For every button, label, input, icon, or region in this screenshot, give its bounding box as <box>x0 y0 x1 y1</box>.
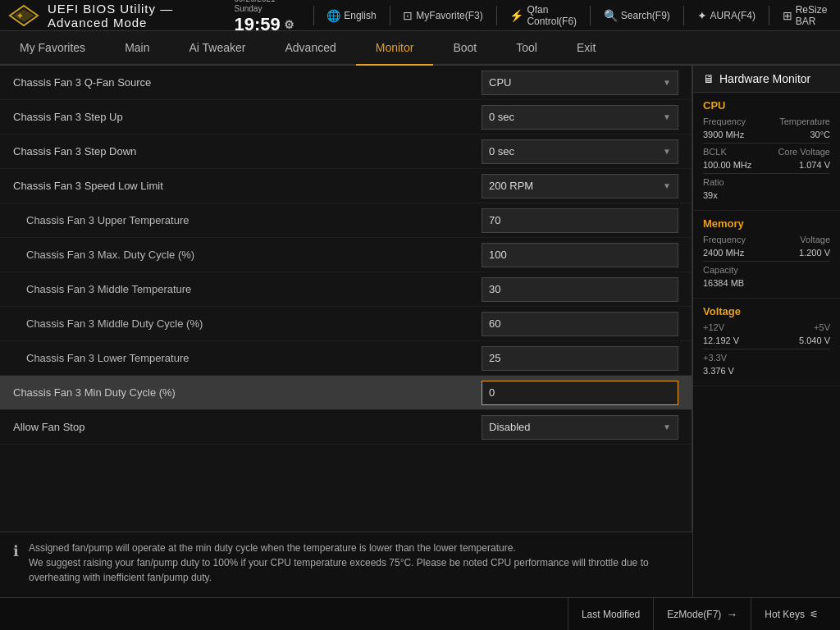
nav-my-favorites[interactable]: My Favorites <box>0 31 105 66</box>
bottom-bar: Last Modified EzMode(F7) → Hot Keys ⚟ <box>0 597 840 630</box>
hotkeys-button[interactable]: Hot Keys ⚟ <box>751 598 832 630</box>
row-value[interactable]: 100 <box>482 243 678 267</box>
settings-row-middle-temp[interactable]: Chassis Fan 3 Middle Temperature 30 <box>0 272 692 307</box>
row-value[interactable]: 25 <box>482 346 678 371</box>
step-up-dropdown[interactable]: 0 sec ▼ <box>482 105 678 130</box>
favorite-icon: ⊡ <box>403 9 413 22</box>
resize-bar-button[interactable]: ⊞ ReSize BAR <box>783 4 832 27</box>
nav-boot[interactable]: Boot <box>433 31 496 66</box>
speed-low-limit-dropdown[interactable]: 200 RPM ▼ <box>482 174 678 199</box>
hw-v12-value-row: 12.192 V 5.040 V <box>703 336 830 345</box>
hw-ratio-value: 39x <box>703 190 718 200</box>
dropdown-arrow-icon: ▼ <box>663 181 671 190</box>
min-duty-field[interactable]: 0 <box>482 381 678 405</box>
hw-freq-value: 3900 MHz <box>703 130 744 139</box>
hw-temp-value: 30°C <box>810 130 830 139</box>
settings-gear-icon[interactable]: ⚙ <box>284 18 294 32</box>
settings-row-step-down[interactable]: Chassis Fan 3 Step Down 0 sec ▼ <box>0 135 692 169</box>
nav-exit[interactable]: Exit <box>557 31 615 66</box>
row-value[interactable]: 70 <box>482 208 678 233</box>
nav-ai-tweaker[interactable]: Ai Tweaker <box>169 31 265 66</box>
ezmode-button[interactable]: EzMode(F7) → <box>653 598 751 630</box>
row-label: Chassis Fan 3 Lower Temperature <box>13 352 482 364</box>
qfan-button[interactable]: ⚡ Qfan Control(F6) <box>509 4 577 27</box>
settings-row-upper-temp[interactable]: Chassis Fan 3 Upper Temperature 70 <box>0 203 692 238</box>
middle-temp-field[interactable]: 30 <box>482 277 678 302</box>
hw-mem-volt-value: 1.200 V <box>799 248 830 258</box>
hw-freq-label: Frequency <box>703 116 746 126</box>
row-label: Chassis Fan 3 Step Down <box>13 145 482 158</box>
hw-memory-title: Memory <box>703 217 830 230</box>
nav-main[interactable]: Main <box>105 31 169 66</box>
upper-temp-field[interactable]: 70 <box>482 208 678 233</box>
row-value[interactable]: 60 <box>482 312 678 336</box>
hw-cpu-freq-row: Frequency Temperature <box>703 116 830 126</box>
ezmode-arrow-icon: → <box>726 608 737 621</box>
row-label: Chassis Fan 3 Min Duty Cycle (%) <box>13 386 482 399</box>
qfan-source-dropdown[interactable]: CPU ▼ <box>482 71 678 95</box>
row-value[interactable]: 200 RPM ▼ <box>482 174 678 199</box>
nav-monitor[interactable]: Monitor <box>356 31 434 66</box>
settings-row-speed-low-limit[interactable]: Chassis Fan 3 Speed Low Limit 200 RPM ▼ <box>0 169 692 203</box>
last-modified-button[interactable]: Last Modified <box>568 598 653 630</box>
hw-mem-cap-value: 16384 MB <box>703 278 744 288</box>
settings-row-max-duty[interactable]: Chassis Fan 3 Max. Duty Cycle (%) 100 <box>0 238 692 272</box>
settings-row-allow-fan-stop[interactable]: Allow Fan Stop Disabled ▼ <box>0 410 692 445</box>
search-button[interactable]: 🔍 Search(F9) <box>604 9 670 22</box>
row-value[interactable]: 0 sec ▼ <box>482 105 678 130</box>
settings-row-step-up[interactable]: Chassis Fan 3 Step Up 0 sec ▼ <box>0 100 692 135</box>
separator <box>496 6 497 25</box>
separator <box>313 6 314 25</box>
row-label: Chassis Fan 3 Step Up <box>13 111 482 123</box>
hw-corevolt-value: 1.074 V <box>799 160 830 170</box>
settings-row-min-duty[interactable]: Chassis Fan 3 Min Duty Cycle (%) 0 <box>0 376 692 410</box>
language-selector[interactable]: 🌐 English <box>326 9 376 22</box>
hw-v5-value: 5.040 V <box>799 336 830 345</box>
row-value[interactable]: 0 <box>482 381 678 405</box>
resize-icon: ⊞ <box>783 9 792 22</box>
row-value[interactable]: CPU ▼ <box>482 71 678 95</box>
hw-temp-label: Temperature <box>779 116 830 126</box>
hw-v5-label: +5V <box>814 322 830 332</box>
allow-fan-stop-dropdown[interactable]: Disabled ▼ <box>482 415 678 440</box>
hw-v12-value: 12.192 V <box>703 336 739 345</box>
info-text: Assigned fan/pump will operate at the mi… <box>29 541 679 589</box>
row-value[interactable]: 30 <box>482 277 678 302</box>
hw-cpu-section: CPU Frequency Temperature 3900 MHz 30°C … <box>693 93 840 211</box>
hw-mem-freq-value: 2400 MHz <box>703 248 744 258</box>
settings-row-middle-duty[interactable]: Chassis Fan 3 Middle Duty Cycle (%) 60 <box>0 307 692 341</box>
hw-bclk-label: BCLK <box>703 147 727 157</box>
settings-row-qfan-source[interactable]: Chassis Fan 3 Q-Fan Source CPU ▼ <box>0 66 692 100</box>
middle-duty-field[interactable]: 60 <box>482 312 678 336</box>
monitor-icon: 🖥 <box>703 72 714 85</box>
separator <box>390 6 390 25</box>
hw-corevolt-label: Core Voltage <box>778 147 830 157</box>
hw-bclk-value: 100.00 MHz <box>703 160 751 170</box>
row-value[interactable]: Disabled ▼ <box>482 415 678 440</box>
topbar: ✦ UEFI BIOS Utility — Advanced Mode 09/2… <box>0 0 840 31</box>
separator <box>590 6 591 25</box>
hw-mem-volt-label: Voltage <box>800 235 830 244</box>
row-value[interactable]: 0 sec ▼ <box>482 139 678 164</box>
step-down-dropdown[interactable]: 0 sec ▼ <box>482 139 678 164</box>
row-label: Chassis Fan 3 Middle Duty Cycle (%) <box>13 317 482 330</box>
row-label: Chassis Fan 3 Max. Duty Cycle (%) <box>13 249 482 261</box>
myfavorite-button[interactable]: ⊡ MyFavorite(F3) <box>403 9 482 22</box>
row-label: Chassis Fan 3 Q-Fan Source <box>13 76 482 89</box>
bios-title: UEFI BIOS Utility — Advanced Mode <box>48 2 215 30</box>
hw-ratio-value-row: 39x <box>703 190 830 200</box>
aura-button[interactable]: ✦ AURA(F4) <box>697 9 756 22</box>
content-row: Chassis Fan 3 Q-Fan Source CPU ▼ Chassis… <box>0 66 840 597</box>
globe-icon: 🌐 <box>326 9 340 22</box>
lower-temp-field[interactable]: 25 <box>482 346 678 371</box>
row-label: Allow Fan Stop <box>13 421 482 433</box>
nav-tool[interactable]: Tool <box>496 31 557 66</box>
hw-monitor-panel: 🖥 Hardware Monitor CPU Frequency Tempera… <box>692 66 840 597</box>
dropdown-arrow-icon: ▼ <box>663 422 671 431</box>
hw-mem-cap-value-row: 16384 MB <box>703 278 830 288</box>
layout-wrapper: Chassis Fan 3 Q-Fan Source CPU ▼ Chassis… <box>0 66 840 630</box>
settings-row-lower-temp[interactable]: Chassis Fan 3 Lower Temperature 25 <box>0 341 692 376</box>
max-duty-field[interactable]: 100 <box>482 243 678 267</box>
nav-advanced[interactable]: Advanced <box>265 31 355 66</box>
left-content: Chassis Fan 3 Q-Fan Source CPU ▼ Chassis… <box>0 66 692 597</box>
